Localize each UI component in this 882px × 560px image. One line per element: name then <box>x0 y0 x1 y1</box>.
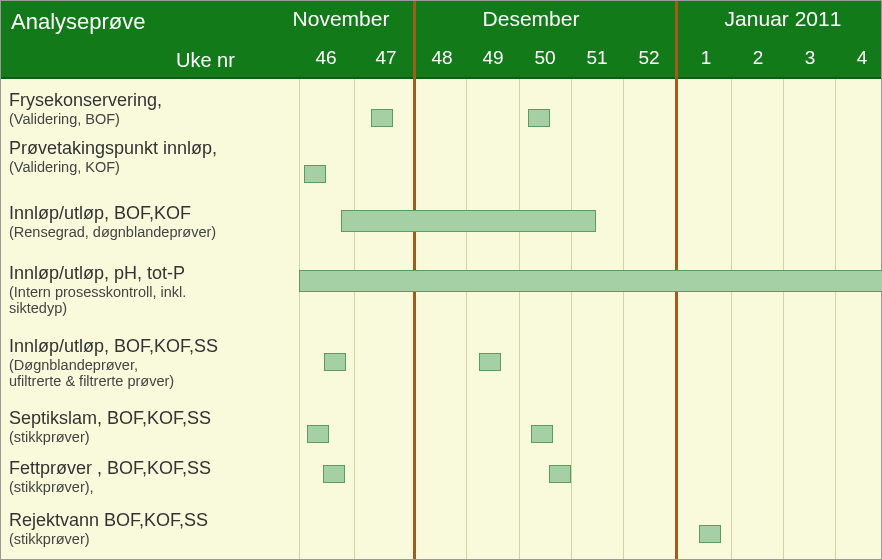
week-label: 52 <box>638 47 659 69</box>
week-label: 3 <box>805 47 816 69</box>
week-label: 46 <box>315 47 336 69</box>
task-title: Innløp/utløp, BOF,KOF,SS <box>9 337 881 357</box>
task-bar <box>307 425 329 443</box>
month-label: Januar 2011 <box>725 7 842 31</box>
task-title: Rejektvann BOF,KOF,SS <box>9 511 881 531</box>
task-bar <box>479 353 501 371</box>
task-subtitle: (Døgnblandeprøver, ufiltrerte & filtrert… <box>9 357 881 390</box>
task-title: Septikslam, BOF,KOF,SS <box>9 409 881 429</box>
week-label: 51 <box>586 47 607 69</box>
task-row: Fettprøver , BOF,KOF,SS(stikkprøver), <box>9 459 881 495</box>
plot-area: Frysekonservering,(Validering, BOF)Prøve… <box>1 79 881 559</box>
week-label: 1 <box>701 47 712 69</box>
week-label: 49 <box>482 47 503 69</box>
task-subtitle: (stikkprøver) <box>9 429 881 446</box>
task-row: Frysekonservering,(Validering, BOF) <box>9 91 881 127</box>
task-subtitle: (stikkprøver), <box>9 479 881 496</box>
task-title: Fettprøver , BOF,KOF,SS <box>9 459 881 479</box>
chart-header: Analyseprøve Uke nr NovemberDesemberJanu… <box>1 1 881 79</box>
task-row: Prøvetakingspunkt innløp,(Validering, KO… <box>9 139 881 175</box>
task-bar <box>304 165 326 183</box>
week-label: Uke nr <box>176 49 235 72</box>
task-bar <box>341 210 596 232</box>
task-title: Frysekonservering, <box>9 91 881 111</box>
task-bar <box>323 465 345 483</box>
task-bar <box>324 353 346 371</box>
week-label: 4 <box>857 47 868 69</box>
week-label: 47 <box>375 47 396 69</box>
task-row: Rejektvann BOF,KOF,SS(stikkprøver) <box>9 511 881 547</box>
month-separator <box>413 1 416 79</box>
task-subtitle: (stikkprøver) <box>9 531 881 548</box>
task-bar <box>549 465 571 483</box>
task-title: Prøvetakingspunkt innløp, <box>9 139 881 159</box>
month-label: November <box>293 7 390 31</box>
task-bar <box>299 270 882 292</box>
task-bar <box>699 525 721 543</box>
task-bar <box>531 425 553 443</box>
task-row: Septikslam, BOF,KOF,SS(stikkprøver) <box>9 409 881 445</box>
task-subtitle: (Validering, BOF) <box>9 111 881 128</box>
month-label: Desember <box>483 7 580 31</box>
task-subtitle: (Validering, KOF) <box>9 159 881 176</box>
week-label: 2 <box>753 47 764 69</box>
week-label: 48 <box>431 47 452 69</box>
month-separator <box>675 1 678 79</box>
task-row: Innløp/utløp, BOF,KOF,SS(Døgnblandeprøve… <box>9 337 881 390</box>
task-bar <box>528 109 550 127</box>
gantt-chart: Analyseprøve Uke nr NovemberDesemberJanu… <box>0 0 882 560</box>
chart-title: Analyseprøve <box>11 9 146 35</box>
task-bar <box>371 109 393 127</box>
week-label: 50 <box>534 47 555 69</box>
